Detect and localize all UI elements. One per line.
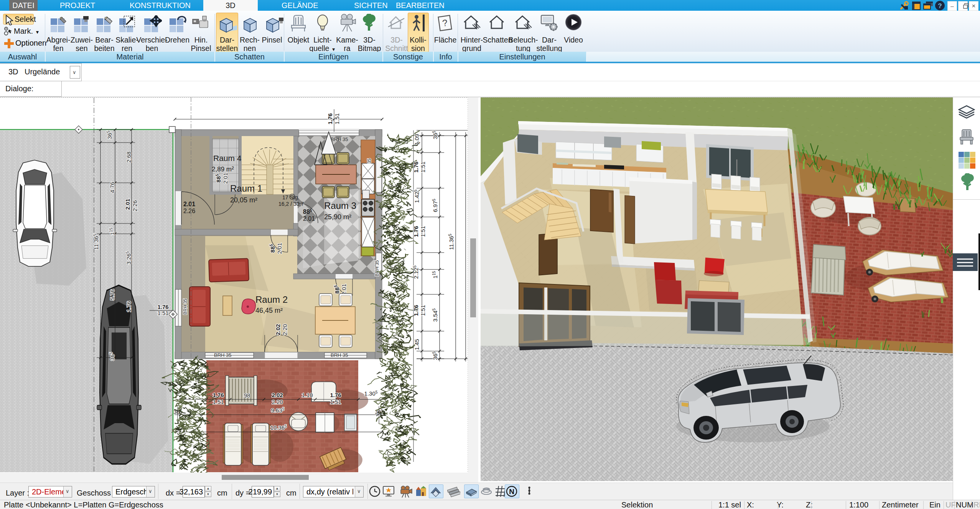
svg-text:2.26: 2.26 [132,200,138,211]
svg-text:2.01: 2.01 [341,284,347,295]
svg-text:1.76: 1.76 [330,392,341,398]
svg-text:BRH 35: BRH 35 [214,352,232,358]
svg-text:2.20: 2.20 [282,324,288,335]
svg-text:BRH 35: BRH 35 [331,136,348,142]
svg-text:1.51: 1.51 [420,161,426,172]
svg-text:2.68: 2.68 [125,151,132,163]
svg-text:11.365: 11.365 [93,234,100,250]
svg-text:20,05 m²: 20,05 m² [230,196,257,204]
svg-text:1.51: 1.51 [212,399,224,405]
svg-text:Raum 3: Raum 3 [324,200,356,211]
svg-text:1.76: 1.76 [413,226,419,237]
svg-text:Raum 2: Raum 2 [255,294,288,305]
svg-text:2,89 m²: 2,89 m² [212,166,234,173]
svg-text:Raum 1: Raum 1 [230,183,262,194]
svg-text:11.365: 11.365 [448,234,455,250]
svg-text:10.365: 10.365 [270,424,287,431]
svg-text:2.01: 2.01 [303,215,315,222]
svg-text:35: 35 [367,158,372,164]
svg-text:1.51: 1.51 [157,310,168,316]
svg-text:1.76: 1.76 [413,161,419,172]
svg-text:1.09: 1.09 [413,134,420,145]
svg-text:2.01: 2.01 [183,201,195,207]
svg-text:Raum 4: Raum 4 [213,154,242,163]
svg-text:1.76: 1.76 [327,113,333,124]
svg-text:1.45: 1.45 [413,339,420,350]
svg-text:2.26: 2.26 [183,208,195,214]
svg-text:98: 98 [244,392,250,399]
svg-text:1.76: 1.76 [157,304,168,310]
svg-text:BRH 35: BRH 35 [183,299,188,315]
svg-text:17 Stg.: 17 Stg. [282,194,299,200]
svg-text:1.51: 1.51 [420,226,426,237]
svg-text:2.20: 2.20 [272,399,283,405]
svg-text:1.76: 1.76 [125,301,132,312]
svg-text:1.51: 1.51 [330,399,341,405]
svg-text:2.02: 2.02 [272,392,283,398]
svg-text:25,90 m²: 25,90 m² [324,213,351,221]
svg-text:2.01: 2.01 [124,199,131,210]
svg-text:46,45 m²: 46,45 m² [255,307,283,314]
svg-text:5.76: 5.76 [109,289,115,300]
svg-text:2.01: 2.01 [276,243,283,254]
svg-text:BRH 35: BRH 35 [374,260,380,276]
svg-text:BRH 35: BRH 35 [331,352,348,358]
svg-text:1.10: 1.10 [301,392,313,398]
svg-text:2.02: 2.02 [275,324,281,335]
svg-text:1.51: 1.51 [334,113,340,124]
svg-text:1.51: 1.51 [420,305,426,316]
svg-text:N: N [509,488,514,496]
svg-text:4.76: 4.76 [109,182,115,193]
svg-text:2.01: 2.01 [222,172,229,184]
svg-text:16,2 / 30,7: 16,2 / 30,7 [278,201,304,207]
svg-text:?: ? [938,2,942,10]
svg-text:1.76: 1.76 [413,305,419,316]
